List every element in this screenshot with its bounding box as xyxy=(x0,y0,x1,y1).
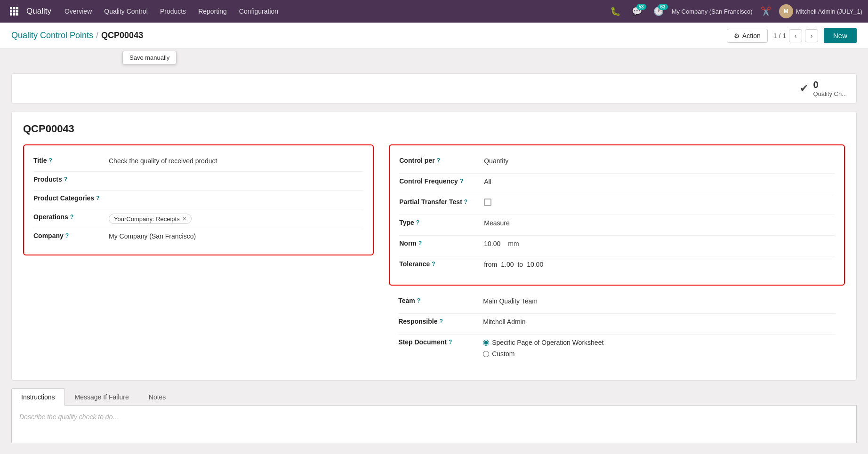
left-panel: Title ? Check the quality of received pr… xyxy=(23,144,374,255)
responsible-label: Responsible ? xyxy=(398,318,483,325)
user-menu[interactable]: M Mitchell Admin (JULY_1) xyxy=(779,4,862,18)
operations-help-icon[interactable]: ? xyxy=(70,214,73,220)
company-selector[interactable]: My Company (San Francisco) xyxy=(672,8,753,15)
step-document-options: Specific Page of Operation Worksheet Cus… xyxy=(483,338,836,358)
team-value[interactable]: Main Quality Team xyxy=(483,297,836,305)
operations-value: YourCompany: Receipts × xyxy=(109,213,363,224)
nav-overview[interactable]: Overview xyxy=(59,5,97,18)
main-content: ✔ 0 Quality Ch... QCP00043 Title xyxy=(0,66,868,454)
product-categories-help-icon[interactable]: ? xyxy=(96,195,99,201)
tolerance-help-icon[interactable]: ? xyxy=(432,261,435,267)
responsible-value[interactable]: Mitchell Admin xyxy=(483,318,836,326)
svg-rect-4 xyxy=(13,10,16,13)
products-field-row: Products ? xyxy=(33,172,363,191)
step-document-help-icon[interactable]: ? xyxy=(449,339,452,345)
svg-rect-7 xyxy=(13,13,16,16)
breadcrumb-bar: Quality Control Points / QCP00043 ⚙ Acti… xyxy=(0,23,868,49)
chat-icon-button[interactable]: 💬 53 xyxy=(628,3,645,20)
operations-label: Operations ? xyxy=(33,213,109,221)
responsible-help-icon[interactable]: ? xyxy=(439,318,442,325)
team-field-row: Team ? Main Quality Team xyxy=(398,293,836,314)
products-label: Products ? xyxy=(33,175,109,183)
tab-message-if-failure[interactable]: Message If Failure xyxy=(65,388,139,406)
product-categories-value[interactable] xyxy=(109,194,363,195)
top-menu: Overview Quality Control Products Report… xyxy=(59,5,605,18)
gear-icon: ⚙ xyxy=(734,32,740,40)
clock-icon-button[interactable]: 🕐 63 xyxy=(650,3,667,20)
products-help-icon[interactable]: ? xyxy=(64,176,67,183)
page-info: 1 / 1 xyxy=(773,32,786,40)
svg-rect-0 xyxy=(10,7,12,9)
stat-bar: ✔ 0 Quality Ch... xyxy=(11,73,857,104)
partial-transfer-help-icon[interactable]: ? xyxy=(464,199,467,205)
norm-value[interactable]: 10.00 xyxy=(484,240,500,247)
norm-unit: mm xyxy=(508,240,519,247)
svg-rect-2 xyxy=(16,7,18,9)
breadcrumb-separator: / xyxy=(96,31,98,40)
norm-value-group: 10.00 mm xyxy=(484,239,835,247)
control-frequency-help-icon[interactable]: ? xyxy=(460,178,463,184)
partial-transfer-label: Partial Transfer Test ? xyxy=(399,198,484,206)
operations-tag-remove[interactable]: × xyxy=(183,215,186,223)
breadcrumb-parent-link[interactable]: Quality Control Points xyxy=(11,31,93,40)
tab-instructions[interactable]: Instructions xyxy=(11,388,65,406)
type-value[interactable]: Measure xyxy=(484,219,835,227)
form-area: QCP00043 Title ? Check the quality of re… xyxy=(11,111,857,381)
step-doc-option1-label: Specific Page of Operation Worksheet xyxy=(492,339,603,346)
tab-notes[interactable]: Notes xyxy=(139,388,176,406)
action-button[interactable]: ⚙ Action xyxy=(727,29,768,43)
title-value: Check the quality of received product xyxy=(109,157,363,165)
product-categories-field-row: Product Categories ? xyxy=(33,191,363,209)
step-doc-option2[interactable]: Custom xyxy=(483,350,514,358)
title-help-icon[interactable]: ? xyxy=(49,157,52,164)
quality-checks-stat[interactable]: ✔ 0 Quality Ch... xyxy=(800,80,847,97)
save-manually-tooltip[interactable]: Save manually xyxy=(122,51,177,64)
tolerance-to-value[interactable]: 10.00 xyxy=(527,261,543,268)
quality-checks-label: Quality Ch... xyxy=(813,90,847,97)
control-per-help-icon[interactable]: ? xyxy=(437,157,440,164)
settings-icon-button[interactable]: ✂️ xyxy=(757,3,774,20)
products-value[interactable] xyxy=(109,175,363,176)
action-label: Action xyxy=(742,32,761,40)
form-right: Control per ? Quantity Control Frequency… xyxy=(389,144,845,369)
type-label: Type ? xyxy=(399,219,484,226)
team-help-icon[interactable]: ? xyxy=(417,297,420,304)
company-field-row: Company ? My Company (San Francisco) xyxy=(33,228,363,247)
prev-page-button[interactable]: ‹ xyxy=(789,29,802,42)
step-doc-radio-2[interactable] xyxy=(483,351,489,357)
operations-tag: YourCompany: Receipts × xyxy=(109,214,192,224)
avatar: M xyxy=(779,4,793,18)
tab-content-instructions: Describe the quality check to do... xyxy=(11,406,857,443)
partial-transfer-checkbox[interactable] xyxy=(484,199,491,206)
step-doc-radio-1[interactable] xyxy=(483,340,489,346)
tolerance-field-row: Tolerance ? from 1.00 to 10.00 xyxy=(399,256,835,277)
chat-badge: 53 xyxy=(636,4,646,10)
company-help-icon[interactable]: ? xyxy=(65,232,69,239)
norm-help-icon[interactable]: ? xyxy=(418,240,422,247)
nav-configuration[interactable]: Configuration xyxy=(233,5,284,18)
control-per-value[interactable]: Quantity xyxy=(484,157,835,165)
apps-menu-button[interactable] xyxy=(6,3,23,20)
form-left: Title ? Check the quality of received pr… xyxy=(23,144,374,369)
nav-products[interactable]: Products xyxy=(154,5,192,18)
control-frequency-field-row: Control Frequency ? All xyxy=(399,174,835,194)
right-panel: Control per ? Quantity Control Frequency… xyxy=(389,144,845,286)
operations-field-row: Operations ? YourCompany: Receipts × xyxy=(33,209,363,228)
norm-field-row: Norm ? 10.00 mm xyxy=(399,236,835,256)
nav-quality-control[interactable]: Quality Control xyxy=(98,5,153,18)
breadcrumb: Quality Control Points / QCP00043 xyxy=(11,31,143,40)
new-button[interactable]: New xyxy=(824,28,857,43)
svg-rect-6 xyxy=(10,13,12,16)
nav-reporting[interactable]: Reporting xyxy=(193,5,233,18)
tab-placeholder[interactable]: Describe the quality check to do... xyxy=(19,413,849,421)
bug-icon-button[interactable]: 🐛 xyxy=(607,3,624,20)
tolerance-group: from 1.00 to 10.00 xyxy=(484,261,543,268)
form-title: QCP00043 xyxy=(23,123,845,135)
outside-right-fields: Team ? Main Quality Team Responsible ? xyxy=(389,286,845,369)
control-frequency-value[interactable]: All xyxy=(484,177,835,185)
step-doc-option1[interactable]: Specific Page of Operation Worksheet xyxy=(483,339,603,346)
type-help-icon[interactable]: ? xyxy=(416,219,419,226)
partial-transfer-value xyxy=(484,198,835,206)
tolerance-from-value[interactable]: 1.00 xyxy=(501,261,514,268)
next-page-button[interactable]: › xyxy=(805,29,818,42)
